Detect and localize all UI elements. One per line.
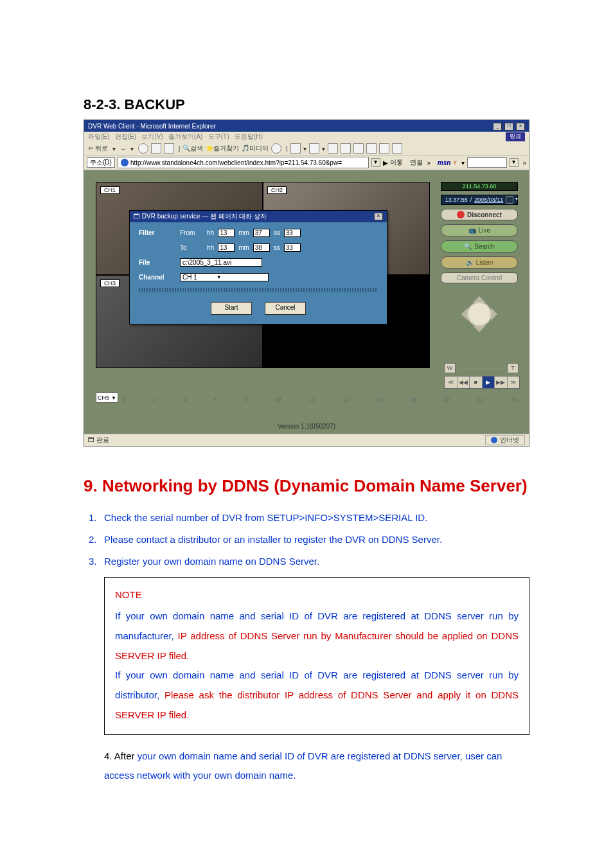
menu-help[interactable]: 도움말(H) <box>235 133 263 140</box>
msn-dropdown-icon[interactable]: ▾ <box>510 158 519 167</box>
mm-label-1: mm <box>238 229 249 236</box>
address-field[interactable]: http://www.standalone4ch.com/webclient/i… <box>118 157 369 168</box>
calendar-icon[interactable] <box>506 196 513 204</box>
ptz-right-icon[interactable] <box>491 308 504 321</box>
timeline-ticks: 0 2 4 6 8 10 12 14 16 18 20 22 24 <box>122 396 517 403</box>
disconnect-button[interactable]: Disconnect <box>441 209 518 220</box>
from-mm-input[interactable]: 37 <box>253 229 270 237</box>
note-box: NOTE If your own domain name and serial … <box>104 577 529 734</box>
address-url: http://www.standalone4ch.com/webclient/i… <box>130 159 342 166</box>
to-hh-input[interactable]: 13 <box>218 244 235 252</box>
listen-button[interactable]: 🔊 Listen <box>441 256 518 269</box>
datetime-display[interactable]: 13:37:55/ 2005/03/11 <box>441 195 518 205</box>
msn-label: msn <box>438 159 451 166</box>
address-bar: 주소(D) http://www.standalone4ch.com/webcl… <box>84 155 529 170</box>
home-icon[interactable] <box>164 143 174 154</box>
camera-control-label: Camera Control <box>441 272 518 283</box>
pb-play-icon[interactable]: ▶ <box>483 376 495 388</box>
window-buttons[interactable]: _ □ × <box>492 121 525 130</box>
addr-dropdown-icon[interactable]: ▾ <box>371 158 380 167</box>
zoom-wide-button[interactable]: W <box>444 363 456 373</box>
forward-icon[interactable]: → <box>120 145 126 152</box>
ch2-label: CH2 <box>267 186 287 194</box>
ie-icon <box>121 159 129 166</box>
disconnect-label: Disconnect <box>467 211 502 218</box>
favorites-btn[interactable]: ⭐즐겨찾기 <box>206 144 239 153</box>
menu-view[interactable]: 보기(V) <box>141 133 163 140</box>
back-label[interactable]: ⇦ 뒤로 <box>88 144 108 153</box>
titlebar: DVR Web Client - Microsoft Internet Expl… <box>84 120 529 132</box>
playback-controls: ≪ ◀◀ ■ ▶ ▶▶ ≫ <box>444 376 520 389</box>
menu-items[interactable]: 파일(E) 편집(E) 보기(V) 즐겨찾기(A) 도구(T) 도움말(H) <box>88 132 263 141</box>
media-btn[interactable]: 🎵미디어 <box>242 144 269 153</box>
window-title: DVR Web Client - Microsoft Internet Expl… <box>88 123 216 130</box>
edit-icon[interactable] <box>328 143 338 154</box>
pb-prev-icon[interactable]: ◀◀ <box>458 376 470 388</box>
zoom-slider[interactable] <box>458 368 505 369</box>
pb-first-icon[interactable]: ≪ <box>445 376 458 388</box>
links-label[interactable]: 연결 <box>410 158 423 167</box>
ext1-icon[interactable] <box>366 143 377 154</box>
ext2-icon[interactable] <box>379 143 389 154</box>
to-mm-input[interactable]: 38 <box>253 244 270 252</box>
date-value: 2005/03/11 <box>474 197 503 203</box>
steps-list: 1.Check the serial number of DVR from SE… <box>84 511 529 569</box>
ext3-icon[interactable] <box>392 143 402 154</box>
channel-label: Channel <box>139 274 176 281</box>
backup-dialog: 🗔 DVR backup service — 웹 페이지 대화 상자 × Fil… <box>129 210 387 324</box>
menu-tools[interactable]: 도구(T) <box>208 133 229 140</box>
go-button[interactable]: ▶이동 <box>383 158 403 167</box>
ptz-down-icon[interactable] <box>473 326 486 339</box>
zoom-tele-button[interactable]: T <box>507 363 519 373</box>
ch1-label: CH1 <box>100 186 120 194</box>
file-input[interactable]: c:\2005_3_11.avi <box>180 258 262 267</box>
pb-stop-icon[interactable]: ■ <box>470 376 483 388</box>
ptz-dpad[interactable] <box>454 288 505 340</box>
timeline-channel-select[interactable]: CH5▼ <box>96 393 118 403</box>
pb-last-icon[interactable]: ≫ <box>508 376 520 388</box>
progress-bar <box>139 288 378 292</box>
ch3-label: CH3 <box>100 279 120 287</box>
step-4: 4. After your own domain name and serial… <box>84 747 529 785</box>
client-area: CH1 CH2 CH3 🗔 DVR backup service — 웹 페이지… <box>84 170 529 434</box>
ptz-left-icon[interactable] <box>455 308 468 321</box>
msg-icon[interactable] <box>353 143 364 154</box>
address-label: 주소(D) <box>87 157 115 168</box>
pb-next-icon[interactable]: ▶▶ <box>495 376 508 388</box>
search-button[interactable]: 🔍 Search <box>441 240 518 252</box>
msn-chevron[interactable]: » <box>521 159 526 166</box>
discuss-icon[interactable] <box>341 143 351 154</box>
dialog-close-icon[interactable]: × <box>374 213 383 220</box>
from-hh-input[interactable]: 13 <box>218 229 235 237</box>
links-expand[interactable]: » <box>425 159 431 166</box>
channel-select[interactable]: CH 1 ▼ <box>180 273 269 281</box>
maximize-icon[interactable]: □ <box>504 123 513 130</box>
menu-fav[interactable]: 즐겨찾기(A) <box>168 133 202 140</box>
close-icon[interactable]: × <box>516 123 525 130</box>
tick: 8 <box>244 396 247 403</box>
stop-icon[interactable] <box>138 143 148 154</box>
menu-file[interactable]: 파일(E) <box>88 133 109 140</box>
tick: 22 <box>477 396 483 403</box>
to-ss-input[interactable]: 33 <box>284 244 301 252</box>
from-ss-input[interactable]: 33 <box>284 229 301 237</box>
hh-label-2: hh <box>207 244 214 251</box>
tick: 24 <box>511 396 517 403</box>
msn-field[interactable] <box>467 157 507 168</box>
minimize-icon[interactable]: _ <box>493 123 502 130</box>
start-button[interactable]: Start <box>211 302 252 315</box>
tick: 14 <box>342 396 348 403</box>
live-button[interactable]: 📺 Live <box>441 224 518 236</box>
links-bar[interactable]: 링크 <box>506 132 525 141</box>
ptz-up-icon[interactable] <box>473 290 486 303</box>
mail-icon[interactable] <box>290 143 301 154</box>
ptz-center-icon[interactable] <box>467 302 492 326</box>
heading-ddns: 9. Networking by DDNS (Dynamic Domain Na… <box>84 470 529 502</box>
search-btn[interactable]: 🔍검색 <box>182 144 203 153</box>
cancel-button[interactable]: Cancel <box>265 302 306 315</box>
tick: 16 <box>376 396 382 403</box>
refresh-icon[interactable] <box>151 143 161 154</box>
print-icon[interactable] <box>309 143 319 154</box>
history-icon[interactable] <box>271 143 281 154</box>
menu-edit[interactable]: 편집(E) <box>115 133 136 140</box>
